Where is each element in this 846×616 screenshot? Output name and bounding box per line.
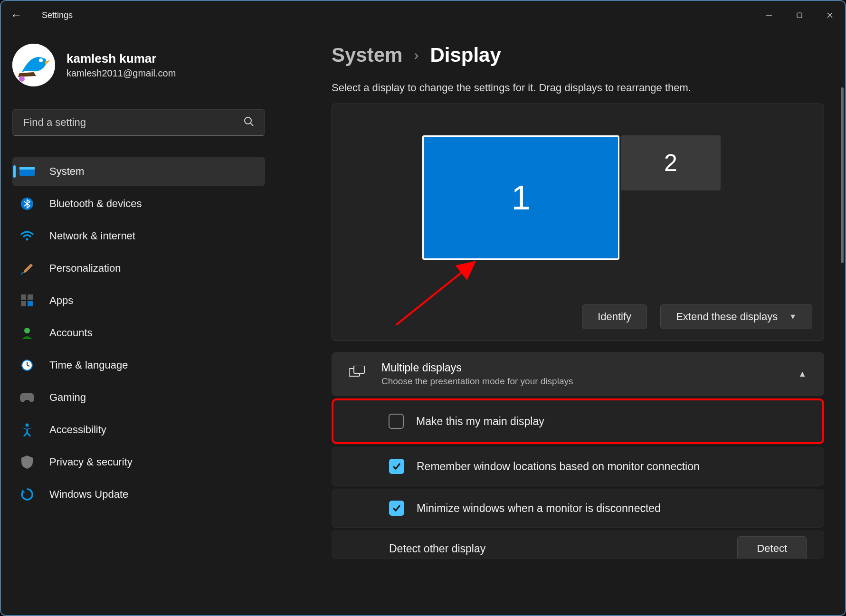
shield-icon [19,454,35,470]
display-subtitle: Select a display to change the settings … [332,82,824,94]
wifi-icon [19,228,35,244]
sidebar: kamlesh kumar kamlesh2011@gmail.com Syst… [1,29,276,615]
nav-label: Personalization [49,262,121,275]
remember-checkbox[interactable] [389,459,404,474]
svg-line-26 [396,262,475,325]
identify-button[interactable]: Identify [582,304,647,329]
svg-point-6 [19,76,25,82]
monitor-2-label: 2 [664,149,677,177]
bluetooth-icon [19,196,35,212]
nav-label: Bluetooth & devices [49,198,142,210]
setting-minimize-disconnect[interactable]: Minimize windows when a monitor is disco… [332,489,824,528]
displays-icon [349,366,365,382]
avatar [12,44,55,86]
chevron-up-icon: ▲ [798,369,807,379]
identify-label: Identify [598,311,631,323]
main-display-checkbox[interactable] [389,414,404,429]
profile-name: kamlesh kumar [67,51,176,66]
system-icon [19,163,35,180]
svg-line-25 [27,433,30,436]
svg-rect-16 [28,301,33,306]
nav-item-windows-update[interactable]: Windows Update [12,480,265,509]
multiple-displays-desc: Choose the presentation mode for your di… [381,376,782,387]
svg-rect-10 [19,167,35,170]
search-icon [244,116,254,129]
detect-button[interactable]: Detect [737,536,807,559]
arrow-annotation-icon [382,254,486,330]
minimize-label: Minimize windows when a monitor is disco… [417,502,661,515]
nav-item-accounts[interactable]: Accounts [12,318,265,348]
nav-label: Accounts [49,327,93,339]
svg-point-17 [24,328,30,333]
nav-label: System [49,165,84,178]
svg-rect-14 [28,294,33,300]
svg-rect-15 [21,301,26,306]
detect-label: Detect other display [389,542,485,555]
svg-line-24 [24,433,27,436]
svg-point-5 [39,58,43,62]
titlebar: ← Settings [1,1,845,29]
back-arrow-icon[interactable]: ← [10,9,22,22]
window-maximize-button[interactable] [784,3,815,27]
setting-main-display[interactable]: Make this my main display [332,398,824,444]
nav-item-accessibility[interactable]: Accessibility [12,415,265,445]
nav-label: Apps [49,294,73,307]
gamepad-icon [19,389,35,406]
accessibility-icon [19,422,35,438]
clock-icon [19,357,35,373]
multiple-displays-title: Multiple displays [381,361,782,374]
apps-icon [19,293,35,309]
svg-rect-1 [797,13,802,18]
profile-block[interactable]: kamlesh kumar kamlesh2011@gmail.com [12,44,265,86]
settings-window: ← Settings [0,0,846,616]
scrollbar[interactable] [841,87,844,263]
svg-point-12 [26,238,29,241]
nav-label: Privacy & security [49,456,133,468]
nav-item-personalization[interactable]: Personalization [12,254,265,283]
svg-line-8 [250,123,253,126]
update-icon [19,486,35,502]
monitor-1-label: 1 [511,178,530,217]
breadcrumb: System › Display [332,44,824,66]
nav-item-system[interactable]: System [12,157,265,186]
nav-item-time-language[interactable]: Time & language [12,351,265,380]
nav-label: Windows Update [49,488,128,501]
nav-item-network[interactable]: Network & internet [12,221,265,251]
remember-label: Remember window locations based on monit… [417,460,700,473]
person-icon [19,325,35,341]
svg-rect-28 [354,366,364,373]
nav-label: Network & internet [49,230,135,242]
setting-detect-display: Detect other display Detect [332,531,824,559]
svg-rect-13 [21,294,26,300]
search-box[interactable] [12,109,265,136]
sidebar-nav: System Bluetooth & devices Network & int… [12,157,265,509]
brush-icon [19,260,35,276]
profile-email: kamlesh2011@gmail.com [67,68,176,79]
nav-label: Gaming [49,391,86,404]
nav-item-gaming[interactable]: Gaming [12,383,265,412]
setting-remember-locations[interactable]: Remember window locations based on monit… [332,447,824,486]
breadcrumb-parent[interactable]: System [332,44,402,66]
minimize-checkbox[interactable] [389,501,404,516]
nav-item-privacy-security[interactable]: Privacy & security [12,447,265,477]
monitor-2[interactable]: 2 [621,135,721,190]
chevron-down-icon: ▼ [789,313,797,321]
extend-label: Extend these displays [676,311,778,323]
main-display-label: Make this my main display [416,415,544,428]
main-panel: System › Display Select a display to cha… [276,29,845,615]
search-input[interactable] [23,116,219,129]
extend-displays-dropdown[interactable]: Extend these displays ▼ [660,304,812,329]
monitor-1[interactable]: 1 [422,135,619,260]
display-arrange-box: 1 2 Identify Extend these displa [332,104,824,341]
nav-label: Accessibility [49,424,106,436]
multiple-displays-expander[interactable]: Multiple displays Choose the presentatio… [332,352,824,396]
nav-item-apps[interactable]: Apps [12,286,265,315]
nav-label: Time & language [49,359,128,371]
chevron-right-icon: › [414,47,418,63]
breadcrumb-current: Display [430,44,501,66]
nav-item-bluetooth[interactable]: Bluetooth & devices [12,189,265,218]
window-close-button[interactable] [815,3,845,27]
svg-point-7 [245,117,251,124]
app-title: Settings [42,10,73,20]
window-minimize-button[interactable] [754,3,784,27]
